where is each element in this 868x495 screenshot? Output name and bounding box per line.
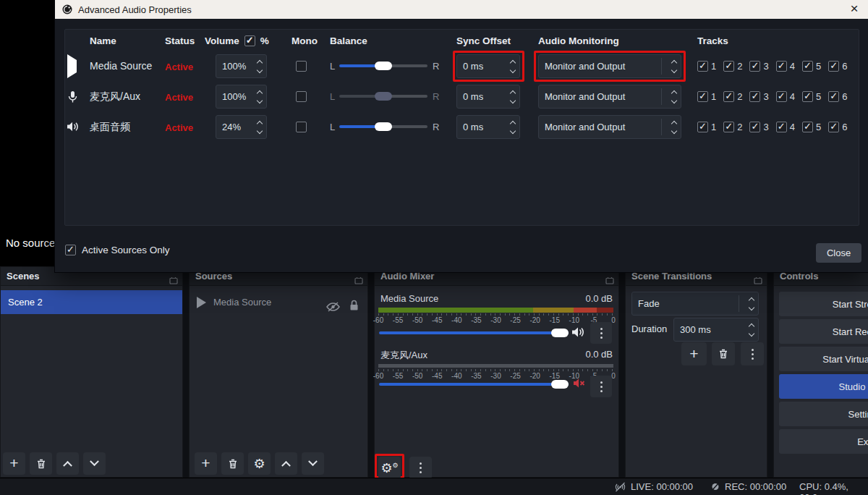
mixer-options-button[interactable] [590,376,612,397]
live-status: LIVE: 00:00:00 [614,481,693,492]
move-source-up-button[interactable] [275,452,297,475]
audio-monitoring-select[interactable]: Monitor and Output [538,85,681,109]
scale-tick-label: -30 [490,372,501,380]
add-scene-button[interactable]: + [3,452,25,475]
track-5-checkbox[interactable] [802,122,813,132]
balance-slider[interactable] [339,122,427,131]
balance-slider-disabled[interactable] [339,92,427,101]
track-3-checkbox[interactable] [749,122,760,132]
track-1-checkbox[interactable] [697,122,708,132]
track-3-checkbox[interactable] [749,91,760,102]
source-lock-icon[interactable] [349,296,359,320]
combo-arrows[interactable] [749,292,754,315]
remove-transition-button[interactable] [712,342,735,365]
media-source-icon [197,297,206,308]
speaker-unmuted-icon[interactable] [571,326,585,341]
active-sources-only[interactable]: Active Sources Only [65,245,170,255]
scenes-toolbar: + [3,452,106,475]
remove-scene-button[interactable] [30,452,52,475]
spinner-arrows[interactable] [258,116,262,138]
source-properties-button[interactable]: ⚙ [248,452,271,475]
track-1-checkbox[interactable] [697,91,708,102]
advanced-audio-properties-button[interactable]: ⚙⚙ [378,457,401,479]
balance-handle[interactable] [375,122,392,131]
source-name: 桌面音频 [90,121,130,134]
dock-options-icon[interactable] [605,272,614,291]
controls-button-studio-mode[interactable]: Studio Mode [779,374,868,399]
volume-slider[interactable] [379,380,569,389]
sync-offset-spinbox[interactable]: 0 ms [456,85,520,109]
balance-handle[interactable] [375,92,392,101]
spinner-arrows[interactable] [258,85,262,108]
move-source-down-button[interactable] [302,452,324,475]
kebab-menu-icon [420,462,422,473]
move-scene-down-button[interactable] [83,452,106,475]
track-2-checkbox[interactable] [723,91,734,102]
controls-button-settings[interactable]: Settings [779,402,868,426]
volume-spinbox[interactable]: 100% [216,54,267,78]
duration-spinbox[interactable]: 300 ms [673,318,759,342]
mixer-menu-button[interactable] [409,457,432,479]
track-4-checkbox[interactable] [776,91,787,102]
combo-arrows[interactable] [672,85,676,108]
transition-select[interactable]: Fade [631,292,759,316]
volume-slider-handle[interactable] [551,329,569,337]
balance-handle[interactable] [375,62,392,70]
speaker-muted-icon[interactable] [573,378,586,392]
track-4-checkbox[interactable] [776,61,787,72]
track-5-checkbox[interactable] [802,61,813,72]
track-6-checkbox[interactable] [828,122,839,132]
scene-item[interactable]: Scene 2 [1,290,182,314]
volume-slider-handle[interactable] [551,380,569,389]
scene-transitions-panel: Scene Transitions Fade Duration 300 ms + [625,266,767,478]
remove-source-button[interactable] [221,452,244,475]
volume-slider[interactable] [379,329,569,337]
controls-button-start-virtual-camera[interactable]: Start Virtual Camera [779,347,868,371]
volume-percent-checkbox[interactable] [244,35,255,46]
move-scene-up-button[interactable] [56,452,79,475]
controls-button-start-recording[interactable]: Start Recording [779,319,868,344]
source-item[interactable]: Media Source [190,290,367,314]
controls-button-exit[interactable]: Exit [779,429,868,454]
spinner-arrows[interactable] [511,85,515,108]
track-4-checkbox[interactable] [776,122,787,132]
track-2-checkbox[interactable] [723,61,734,72]
close-button[interactable]: Close [816,243,861,263]
track-3-checkbox[interactable] [749,61,760,72]
dock-area: Scenes Scene 2 + Sources [0,266,868,478]
balance-slider[interactable] [339,62,427,70]
spinner-arrows[interactable] [258,55,262,77]
track-2-checkbox[interactable] [723,122,734,132]
dock-options-icon[interactable] [169,272,178,291]
dialog-titlebar[interactable]: Advanced Audio Properties × [55,0,868,19]
volume-spinbox[interactable]: 100% [216,85,267,109]
add-transition-button[interactable]: + [681,342,707,365]
spinner-arrows[interactable] [749,318,754,341]
sync-offset-spinbox[interactable]: 0 ms [456,115,520,139]
mono-checkbox[interactable] [296,61,307,72]
active-sources-only-checkbox[interactable] [65,245,76,255]
dock-options-icon[interactable] [354,272,363,291]
track-6-checkbox[interactable] [828,91,839,102]
chevron-down-icon [308,457,318,466]
combo-separator [739,295,739,312]
controls-button-start-streaming[interactable]: Start Streaming [779,292,868,316]
add-source-button[interactable]: + [195,452,217,475]
speaker-icon [67,121,80,135]
mono-checkbox[interactable] [296,91,307,102]
mono-checkbox[interactable] [296,122,307,132]
scale-tick-label: -60 [373,372,383,380]
spinner-arrows[interactable] [511,116,515,138]
track-5-checkbox[interactable] [802,91,813,102]
transition-options-button[interactable] [741,342,764,365]
track-number-label: 5 [816,122,821,132]
volume-spinbox[interactable]: 24% [216,115,267,139]
mixer-options-button[interactable] [590,322,612,344]
audio-monitoring-select[interactable]: Monitor and Output [538,115,681,139]
track-6-checkbox[interactable] [828,61,839,72]
track-1-checkbox[interactable] [697,61,708,72]
combo-arrows[interactable] [672,116,676,138]
source-hidden-icon[interactable] [326,297,340,321]
dialog-close-icon[interactable]: × [846,0,862,19]
dock-options-icon[interactable] [754,272,762,291]
